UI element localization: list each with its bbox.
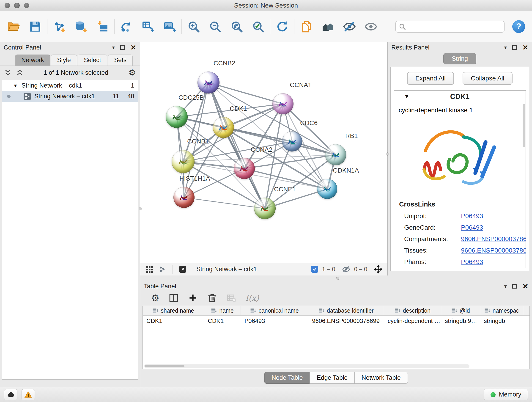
hide-selected-button[interactable] — [341, 17, 358, 36]
column-header-canonical-name[interactable]: canonical name — [241, 306, 308, 315]
column-header-database-identifier[interactable]: database identifier — [308, 306, 384, 315]
tab-network-table[interactable]: Network Table — [355, 372, 408, 384]
tab-select[interactable]: Select — [78, 55, 107, 65]
save-session-button[interactable] — [27, 17, 44, 36]
results-tab-string[interactable]: String — [443, 53, 476, 64]
table-cell[interactable]: stringdb — [480, 317, 523, 325]
table-horizontal-scrollbar[interactable] — [144, 364, 469, 368]
network-options-gear-icon[interactable]: ⚙ — [128, 69, 136, 77]
refresh-view-button[interactable] — [274, 17, 291, 36]
window-close-button[interactable] — [5, 3, 10, 8]
clone-network-button[interactable] — [140, 17, 156, 36]
network-node-RB1[interactable] — [325, 144, 346, 165]
zoom-out-button[interactable] — [207, 17, 223, 36]
hidden-eye-icon[interactable] — [342, 265, 350, 274]
splitter-handle[interactable] — [336, 277, 339, 280]
results-scrollbar[interactable] — [523, 104, 525, 147]
table-cell[interactable]: P06493 — [241, 317, 308, 325]
network-node-CCNB1[interactable] — [172, 150, 195, 173]
splitter-handle[interactable] — [386, 153, 389, 156]
add-column-icon[interactable] — [188, 293, 198, 303]
scrollbar-thumb[interactable] — [145, 365, 184, 367]
disclosure-triangle-icon[interactable]: ▼ — [13, 83, 18, 89]
network-node-CCNA2[interactable] — [234, 158, 255, 179]
network-node-CCNA1[interactable] — [272, 93, 293, 114]
import-table-from-file-button[interactable] — [94, 17, 111, 36]
function-builder-icon[interactable]: f(x) — [246, 293, 259, 303]
crosslink-value-link[interactable]: 9606.ENSP00000378699 — [461, 235, 526, 243]
horizontal-splitter[interactable] — [140, 275, 532, 281]
pan-move-icon[interactable] — [374, 265, 382, 274]
collapse-all-icon[interactable] — [4, 69, 12, 76]
show-all-button[interactable] — [363, 17, 379, 36]
table-settings-gear-icon[interactable]: ⚙ — [151, 293, 159, 303]
tab-edge-table[interactable]: Edge Table — [310, 372, 355, 384]
show-columns-icon[interactable] — [169, 293, 179, 303]
close-panel-icon[interactable]: ✕ — [130, 44, 136, 51]
column-header-namespac[interactable]: namespac — [480, 306, 523, 315]
table-cell[interactable]: cyclin-dependent … — [384, 317, 441, 325]
network-canvas[interactable]: CCNB2CCNA1CDC25BCDK1CDC6RB1CCNB1CCNA2CDK… — [140, 42, 387, 263]
network-node-CDKN1A[interactable] — [317, 179, 337, 199]
window-zoom-button[interactable] — [24, 3, 29, 8]
new-network-from-selection-button[interactable] — [118, 17, 135, 36]
cloud-button[interactable] — [4, 389, 17, 400]
network-node-CCNB2[interactable] — [197, 71, 220, 94]
maximize-panel-icon[interactable] — [512, 45, 517, 50]
crosslink-value-link[interactable]: 9606.ENSP00000378699 — [461, 247, 526, 254]
copy-document-button[interactable] — [298, 17, 315, 36]
splitter-handle[interactable] — [139, 207, 142, 210]
disclosure-triangle-icon[interactable]: ▼ — [404, 94, 409, 100]
zoom-fit-button[interactable] — [228, 17, 245, 36]
gene-card-header[interactable]: ▼ CDK1 — [394, 90, 526, 103]
network-edge[interactable] — [184, 198, 265, 209]
search-input[interactable] — [395, 21, 505, 32]
export-image-button[interactable] — [161, 17, 178, 36]
float-panel-icon[interactable]: ▾ — [504, 45, 507, 50]
help-button[interactable]: ? — [512, 20, 525, 33]
column-header-shared-name[interactable]: shared name — [143, 306, 204, 315]
table-cell[interactable]: CDK1 — [143, 317, 204, 325]
column-header-description[interactable]: description — [384, 306, 441, 315]
float-panel-icon[interactable]: ▾ — [112, 45, 115, 50]
zoom-selected-button[interactable] — [250, 17, 266, 36]
open-session-button[interactable] — [6, 17, 22, 36]
network-node-HIST1H1A[interactable] — [173, 187, 195, 208]
network-overview-icon[interactable] — [158, 265, 166, 274]
tab-node-table[interactable]: Node Table — [264, 372, 310, 384]
show-hide-panels-button[interactable] — [320, 17, 336, 36]
network-collection-row[interactable]: ▼ String Network – cdk1 1 — [2, 80, 138, 91]
grid-view-icon[interactable] — [145, 265, 153, 274]
close-panel-icon[interactable]: ✕ — [522, 283, 528, 290]
network-edge[interactable] — [209, 83, 283, 104]
collapse-all-button[interactable]: Collapse All — [462, 72, 513, 85]
zoom-in-button[interactable] — [185, 17, 202, 36]
column-header--id[interactable]: @id — [441, 306, 480, 315]
expand-all-icon[interactable] — [16, 69, 23, 76]
tab-network[interactable]: Network — [15, 55, 50, 65]
column-header-name[interactable]: name — [204, 306, 241, 315]
float-panel-icon[interactable]: ▾ — [504, 284, 507, 289]
network-edge[interactable] — [209, 83, 265, 209]
network-node-CCNE1[interactable] — [254, 198, 276, 219]
crosslink-value-link[interactable]: P06493 — [461, 258, 483, 266]
network-row[interactable]: String Network – cdk1 11 48 — [2, 91, 138, 102]
table-row[interactable]: CDK1CDK1P064939606.ENSP00000378699cyclin… — [143, 316, 530, 326]
import-network-from-file-button[interactable] — [51, 17, 68, 36]
selected-checkbox-icon[interactable] — [311, 266, 318, 273]
network-node-CDC25B[interactable] — [166, 106, 188, 128]
import-network-from-database-button[interactable] — [73, 17, 89, 36]
expand-all-button[interactable]: Expand All — [407, 72, 454, 85]
tab-style[interactable]: Style — [51, 55, 77, 65]
warnings-button[interactable] — [22, 389, 35, 400]
table-cell[interactable]: 9606.ENSP00000378699 — [308, 317, 384, 325]
maximize-panel-icon[interactable] — [512, 284, 517, 288]
table-cell[interactable]: stringdb:9… — [441, 317, 480, 325]
memory-button[interactable]: Memory — [484, 389, 528, 400]
crosslink-value-link[interactable]: P06493 — [461, 224, 483, 231]
network-node-CDC6[interactable] — [282, 131, 302, 152]
table-cell[interactable]: CDK1 — [204, 317, 241, 325]
delete-column-icon[interactable] — [207, 293, 217, 303]
crosslink-value-link[interactable]: P06493 — [461, 212, 483, 220]
tab-sets[interactable]: Sets — [108, 55, 133, 65]
